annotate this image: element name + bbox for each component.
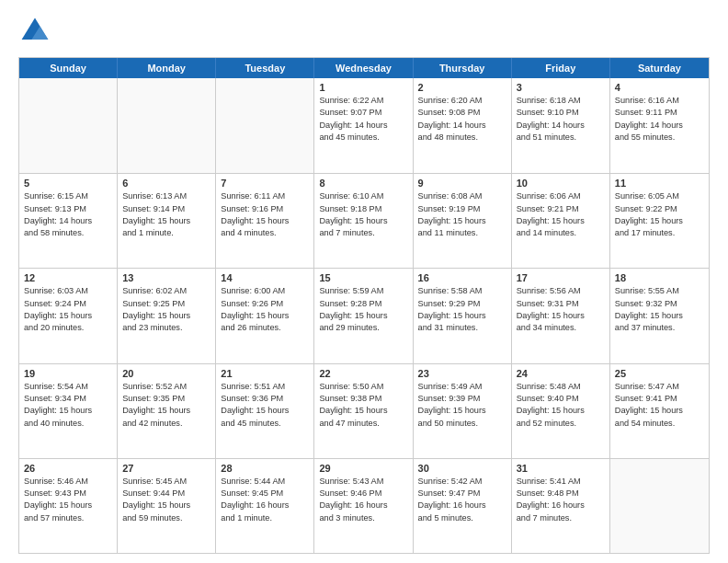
calendar-cell (216, 78, 314, 173)
cell-info-line: Daylight: 15 hours (418, 405, 506, 417)
day-number: 27 (122, 463, 210, 474)
calendar-header: SundayMondayTuesdayWednesdayThursdayFrid… (19, 58, 709, 78)
calendar-cell: 21Sunrise: 5:51 AMSunset: 9:36 PMDayligh… (216, 364, 314, 458)
cell-info-line: Daylight: 15 hours (418, 215, 506, 227)
day-number: 18 (615, 272, 704, 283)
cell-info-line: Daylight: 15 hours (517, 310, 605, 322)
header-day-thursday: Thursday (414, 58, 512, 78)
calendar-cell: 12Sunrise: 6:03 AMSunset: 9:24 PMDayligh… (19, 269, 118, 362)
cell-info-line: Sunset: 9:19 PM (418, 203, 506, 215)
day-number: 4 (615, 82, 704, 93)
day-number: 14 (221, 272, 309, 283)
cell-info-line: Sunrise: 6:11 AM (221, 190, 309, 202)
cell-info-line: Daylight: 14 hours (418, 120, 506, 132)
calendar-row-4: 26Sunrise: 5:46 AMSunset: 9:43 PMDayligh… (19, 458, 709, 553)
header-day-sunday: Sunday (19, 58, 118, 78)
cell-info-line: and 1 minute. (221, 512, 309, 524)
cell-info-line: Sunrise: 6:20 AM (418, 95, 506, 107)
day-number: 12 (24, 272, 112, 283)
cell-info-line: and 42 minutes. (122, 418, 210, 430)
calendar-cell: 19Sunrise: 5:54 AMSunset: 9:34 PMDayligh… (19, 364, 118, 458)
cell-info-line: and 57 minutes. (24, 512, 112, 524)
cell-info-line: Daylight: 15 hours (24, 310, 112, 322)
calendar-cell: 14Sunrise: 6:00 AMSunset: 9:26 PMDayligh… (216, 269, 314, 362)
calendar-row-2: 12Sunrise: 6:03 AMSunset: 9:24 PMDayligh… (19, 268, 709, 362)
cell-info-line: Sunrise: 6:02 AM (122, 285, 210, 297)
cell-info-line: Sunrise: 5:41 AM (517, 476, 605, 488)
cell-info-line: Sunset: 9:16 PM (221, 203, 309, 215)
cell-info-line: Sunset: 9:43 PM (24, 488, 112, 500)
cell-info-line: and 11 minutes. (418, 227, 506, 239)
page: SundayMondayTuesdayWednesdayThursdayFrid… (0, 0, 728, 563)
cell-info-line: Sunset: 9:21 PM (517, 203, 605, 215)
cell-info-line: and 40 minutes. (24, 418, 112, 430)
cell-info-line: and 17 minutes. (615, 227, 704, 239)
calendar-cell: 5Sunrise: 6:15 AMSunset: 9:13 PMDaylight… (19, 174, 118, 268)
cell-info-line: Sunset: 9:38 PM (319, 393, 407, 405)
day-number: 1 (319, 82, 407, 93)
day-number: 19 (24, 368, 112, 379)
calendar-cell: 7Sunrise: 6:11 AMSunset: 9:16 PMDaylight… (216, 174, 314, 268)
cell-info-line: Sunset: 9:45 PM (221, 488, 309, 500)
calendar-cell: 30Sunrise: 5:42 AMSunset: 9:47 PMDayligh… (414, 459, 512, 553)
day-number: 30 (418, 463, 506, 474)
cell-info-line: Sunrise: 5:55 AM (615, 285, 704, 297)
day-number: 26 (24, 463, 112, 474)
cell-info-line: Sunset: 9:08 PM (418, 107, 506, 119)
cell-info-line: Daylight: 16 hours (221, 500, 309, 511)
cell-info-line: and 47 minutes. (319, 418, 407, 430)
cell-info-line: Daylight: 15 hours (24, 405, 112, 417)
cell-info-line: and 59 minutes. (122, 512, 210, 524)
calendar-cell: 18Sunrise: 5:55 AMSunset: 9:32 PMDayligh… (610, 269, 709, 362)
day-number: 16 (418, 272, 506, 283)
cell-info-line: Daylight: 15 hours (615, 405, 704, 417)
cell-info-line: Daylight: 15 hours (615, 310, 704, 322)
calendar-cell: 13Sunrise: 6:02 AMSunset: 9:25 PMDayligh… (118, 269, 216, 362)
day-number: 23 (418, 368, 506, 379)
cell-info-line: Sunrise: 6:22 AM (319, 95, 407, 107)
calendar-cell: 4Sunrise: 6:16 AMSunset: 9:11 PMDaylight… (610, 78, 709, 173)
logo (18, 15, 57, 48)
cell-info-line: Daylight: 15 hours (122, 500, 210, 511)
cell-info-line: and 58 minutes. (24, 227, 112, 239)
cell-info-line: Sunrise: 6:13 AM (122, 190, 210, 202)
cell-info-line: Sunset: 9:25 PM (122, 298, 210, 310)
cell-info-line: Daylight: 15 hours (122, 215, 210, 227)
cell-info-line: Sunset: 9:47 PM (418, 488, 506, 500)
cell-info-line: Sunset: 9:28 PM (319, 298, 407, 310)
calendar-cell: 8Sunrise: 6:10 AMSunset: 9:18 PMDaylight… (314, 174, 413, 268)
cell-info-line: Sunrise: 5:44 AM (221, 476, 309, 488)
day-number: 3 (517, 82, 605, 93)
cell-info-line: Daylight: 15 hours (221, 215, 309, 227)
calendar-cell: 20Sunrise: 5:52 AMSunset: 9:35 PMDayligh… (118, 364, 216, 458)
cell-info-line: Sunset: 9:26 PM (221, 298, 309, 310)
calendar-cell: 3Sunrise: 6:18 AMSunset: 9:10 PMDaylight… (512, 78, 610, 173)
cell-info-line: Sunrise: 5:42 AM (418, 476, 506, 488)
day-number: 29 (319, 463, 407, 474)
cell-info-line: Sunset: 9:36 PM (221, 393, 309, 405)
cell-info-line: Sunrise: 6:10 AM (319, 190, 407, 202)
cell-info-line: Daylight: 15 hours (615, 215, 704, 227)
cell-info-line: Sunrise: 5:47 AM (615, 381, 704, 393)
calendar-row-1: 5Sunrise: 6:15 AMSunset: 9:13 PMDaylight… (19, 173, 709, 268)
cell-info-line: Sunset: 9:29 PM (418, 298, 506, 310)
cell-info-line: Sunset: 9:34 PM (24, 393, 112, 405)
day-number: 21 (221, 368, 309, 379)
day-number: 11 (615, 178, 704, 189)
cell-info-line: Sunrise: 5:51 AM (221, 381, 309, 393)
calendar-cell: 31Sunrise: 5:41 AMSunset: 9:48 PMDayligh… (512, 459, 610, 553)
cell-info-line: and 29 minutes. (319, 322, 407, 334)
cell-info-line: and 54 minutes. (615, 418, 704, 430)
cell-info-line: and 23 minutes. (122, 322, 210, 334)
cell-info-line: Sunrise: 6:08 AM (418, 190, 506, 202)
calendar-cell: 23Sunrise: 5:49 AMSunset: 9:39 PMDayligh… (414, 364, 512, 458)
logo-icon (18, 15, 51, 48)
cell-info-line: Daylight: 14 hours (517, 120, 605, 132)
cell-info-line: and 45 minutes. (221, 418, 309, 430)
calendar-cell: 2Sunrise: 6:20 AMSunset: 9:08 PMDaylight… (414, 78, 512, 173)
cell-info-line: Daylight: 15 hours (517, 405, 605, 417)
header-day-saturday: Saturday (610, 58, 709, 78)
cell-info-line: Daylight: 15 hours (319, 310, 407, 322)
cell-info-line: Sunrise: 5:48 AM (517, 381, 605, 393)
cell-info-line: Sunset: 9:10 PM (517, 107, 605, 119)
